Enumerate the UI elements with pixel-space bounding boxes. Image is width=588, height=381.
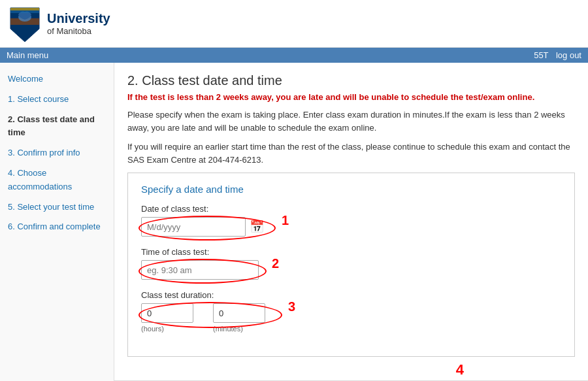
- university-name-text: University of Manitoba: [47, 11, 110, 36]
- logo-area: University of Manitoba: [8, 5, 110, 42]
- top-nav-links[interactable]: 55T log out: [534, 50, 581, 60]
- calendar-icon[interactable]: 📅: [250, 220, 264, 234]
- date-input[interactable]: [141, 217, 246, 237]
- specify-section: Specify a date and time Date of class te…: [127, 173, 575, 357]
- minutes-input[interactable]: [213, 303, 265, 323]
- specify-title: Specify a date and time: [141, 184, 561, 195]
- hours-field: (hours): [141, 303, 193, 333]
- date-field-group: Date of class test: 📅 1: [141, 204, 561, 237]
- duration-field-group: Class test duration: (hours) (minutes): [141, 290, 561, 333]
- minutes-unit: (minutes): [213, 325, 243, 333]
- date-input-wrapper: 📅: [141, 217, 561, 237]
- sidebar-item-confirm-complete[interactable]: 6. Confirm and complete: [0, 217, 114, 237]
- sidebar: Welcome 1. Select course 2. Class test d…: [0, 63, 114, 381]
- main-content: 2. Class test date and time If the test …: [114, 63, 588, 367]
- sidebar-item-test-time[interactable]: 5. Select your test time: [0, 197, 114, 218]
- description-1: Please specify when the exam is taking p…: [127, 108, 575, 134]
- minutes-field: (minutes): [213, 303, 265, 333]
- main-menu-label: Main menu: [7, 50, 48, 60]
- duration-label: Class test duration:: [141, 290, 561, 300]
- hours-unit: (hours): [141, 325, 164, 333]
- time-label: Time of class test:: [141, 247, 561, 257]
- hours-input[interactable]: [141, 303, 193, 323]
- header: University of Manitoba: [0, 0, 588, 48]
- sidebar-item-welcome[interactable]: Welcome: [0, 69, 114, 90]
- description-2: If you will require an earlier start tim…: [127, 141, 575, 166]
- warning-message: If the test is less than 2 weeks away, y…: [127, 92, 575, 102]
- annotation-number-2: 2: [272, 256, 279, 271]
- logout-link[interactable]: log out: [556, 50, 581, 60]
- time-input[interactable]: [141, 260, 259, 280]
- sidebar-item-confirm-prof[interactable]: 3. Confirm prof info: [0, 143, 114, 163]
- sidebar-item-class-test[interactable]: 2. Class test date and time: [0, 110, 114, 144]
- sidebar-item-accommodations[interactable]: 4. Choose accommodations: [0, 163, 114, 197]
- user-id: 55T: [534, 50, 548, 60]
- sidebar-item-select-course[interactable]: 1. Select course: [0, 90, 114, 110]
- top-nav-bar: Main menu 55T log out: [0, 48, 588, 63]
- date-label: Date of class test:: [141, 204, 561, 214]
- page-layout: Welcome 1. Select course 2. Class test d…: [0, 63, 588, 381]
- page-title: 2. Class test date and time: [127, 73, 575, 88]
- time-field-group: Time of class test: 2: [141, 247, 561, 280]
- duration-wrapper: (hours) (minutes): [141, 303, 561, 333]
- university-logo: [8, 5, 42, 42]
